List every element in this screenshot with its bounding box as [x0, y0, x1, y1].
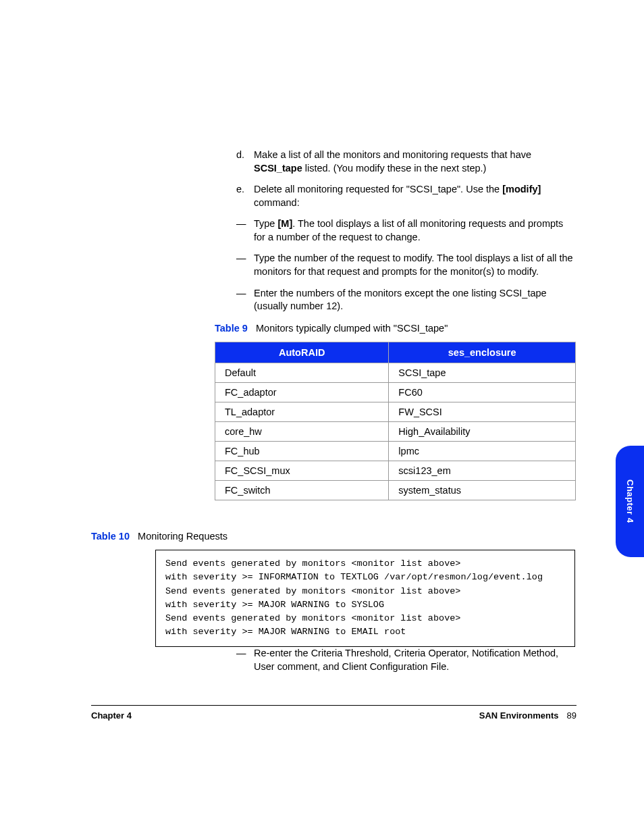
code-block: Send events generated by monitors <monit… — [155, 550, 575, 647]
cell: TL_adaptor — [215, 402, 389, 422]
cell: lpmc — [389, 442, 576, 461]
cell: FW_SCSI — [389, 402, 576, 422]
body-steps: d. Make a list of all the monitors and m… — [236, 149, 574, 321]
cell: FC_SCSI_mux — [215, 461, 389, 481]
step-d: d. Make a list of all the monitors and m… — [236, 149, 574, 175]
footer-right: SAN Environments — [479, 710, 559, 721]
marker: e. — [236, 183, 254, 209]
dash-after: — Re-enter the Criteria Threshold, Crite… — [236, 647, 574, 673]
text: Delete all monitoring requested for "SCS… — [254, 183, 574, 209]
marker: — — [236, 217, 254, 244]
cell: SCSI_tape — [389, 363, 576, 383]
post: listed. (You modify these in the next st… — [302, 163, 487, 174]
cell: scsi123_em — [389, 461, 576, 481]
table9-caption-text: Monitors typically clumped with "SCSI_ta… — [256, 323, 448, 334]
page-number: 89 — [567, 710, 576, 721]
cell: FC_switch — [215, 481, 389, 500]
table-row: TL_adaptorFW_SCSI — [215, 402, 576, 422]
cell: High_Availability — [389, 422, 576, 442]
text: Type [M]. The tool displays a list of al… — [254, 217, 574, 244]
th-autoraid: AutoRAID — [215, 342, 389, 363]
footer-rule — [91, 705, 576, 706]
post: . The tool displays a list of all monito… — [254, 218, 563, 242]
marker: d. — [236, 149, 254, 175]
cell: FC60 — [389, 383, 576, 402]
text: Make a list of all the monitors and moni… — [254, 149, 574, 175]
pre: Make a list of all the monitors and moni… — [254, 149, 531, 160]
bold: SCSI_tape — [254, 163, 302, 174]
page: d. Make a list of all the monitors and m… — [0, 0, 644, 834]
cell: system_status — [389, 481, 576, 500]
table-header-row: AutoRAID ses_enclosure — [215, 342, 576, 363]
marker: — — [236, 647, 254, 673]
table-row: FC_SCSI_muxscsi123_em — [215, 461, 576, 481]
marker: — — [236, 252, 254, 278]
pre: Type — [254, 218, 277, 229]
footer-right-wrap: SAN Environments89 — [479, 710, 576, 721]
text: Type the number of the request to modify… — [254, 252, 574, 278]
chapter-side-tab: Chapter 4 — [616, 446, 644, 557]
table10-label: Table 10 — [91, 531, 130, 542]
text: Re-enter the Criteria Threshold, Criteri… — [254, 647, 574, 673]
table-row: core_hwHigh_Availability — [215, 422, 576, 442]
post: command: — [254, 197, 300, 208]
table9: AutoRAID ses_enclosure DefaultSCSI_tape … — [215, 342, 576, 500]
table9-label: Table 9 — [215, 323, 248, 334]
side-tab-label: Chapter 4 — [625, 479, 635, 523]
cell: FC_hub — [215, 442, 389, 461]
dash-2: — Type the number of the request to modi… — [236, 252, 574, 278]
cell: core_hw — [215, 422, 389, 442]
footer-left: Chapter 4 — [91, 710, 132, 721]
text: Enter the numbers of the monitors except… — [254, 287, 574, 313]
dash-1: — Type [M]. The tool displays a list of … — [236, 217, 574, 244]
bold: [modify] — [502, 184, 541, 194]
cell: Default — [215, 363, 389, 383]
footer: Chapter 4 SAN Environments89 — [91, 710, 576, 721]
bold: [M] — [277, 218, 292, 229]
table9-caption: Table 9 Monitors typically clumped with … — [215, 323, 448, 334]
step-e: e. Delete all monitoring requested for "… — [236, 183, 574, 209]
pre: Delete all monitoring requested for "SCS… — [254, 184, 502, 194]
cell: FC_adaptor — [215, 383, 389, 402]
table-row: FC_adaptorFC60 — [215, 383, 576, 402]
th-ses-enclosure: ses_enclosure — [389, 342, 576, 363]
table-row: FC_switchsystem_status — [215, 481, 576, 500]
table-row: DefaultSCSI_tape — [215, 363, 576, 383]
dash-3: — Enter the numbers of the monitors exce… — [236, 287, 574, 313]
table10-caption-text: Monitoring Requests — [138, 531, 227, 542]
after-code-step: — Re-enter the Criteria Threshold, Crite… — [236, 647, 574, 681]
table-row: FC_hublpmc — [215, 442, 576, 461]
table10-caption: Table 10 Monitoring Requests — [91, 531, 227, 542]
marker: — — [236, 287, 254, 313]
